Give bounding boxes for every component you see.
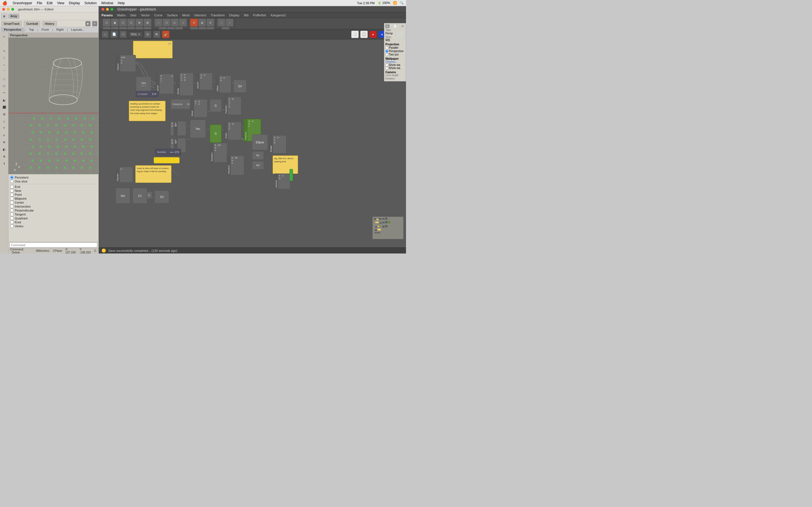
gh-prim-btn-2[interactable]: ⬡	[163, 18, 170, 26]
dim-node[interactable]: Dim J·X·Y	[136, 76, 151, 92]
scale-node[interactable]: Scale GCF G	[224, 122, 241, 140]
viewport-tab-right[interactable]: Right	[54, 27, 66, 32]
green-strip-node[interactable]	[290, 169, 293, 181]
voronoi-node[interactable]: Voronoi PR V	[274, 173, 290, 189]
gh-red-btn[interactable]: ●	[369, 31, 377, 38]
move-node[interactable]: Move GT GX	[190, 99, 207, 117]
srf-node-1[interactable]: Srf	[234, 80, 246, 93]
menubar-solution[interactable]: Solution	[85, 1, 97, 5]
divide-node[interactable]: Divide SUV PND	[176, 73, 193, 96]
vertex-checkbox[interactable]	[10, 224, 13, 228]
gh-white-btn[interactable]: ⬜	[351, 31, 359, 38]
gh-util-btn-1[interactable]: →	[217, 18, 225, 26]
cir-node[interactable]: Cir	[133, 188, 147, 204]
g-node-2[interactable]: G	[210, 124, 221, 143]
viewport-tab-top[interactable]: Top	[26, 27, 37, 32]
oneshot-radio[interactable]	[10, 180, 13, 183]
ucount-node[interactable]: U Count 5 ⟳	[136, 91, 158, 97]
number-node[interactable]: Number ⟵ 272	[155, 149, 181, 156]
near-checkbox[interactable]	[10, 189, 13, 192]
gh-prim-btn-4[interactable]: ☆	[179, 18, 187, 26]
random-node-2[interactable]: Random RNS R2	[227, 156, 244, 175]
gh-tab-params[interactable]: Params	[101, 13, 113, 17]
gh-tab-intersect[interactable]: Intersect	[194, 13, 206, 17]
array-button[interactable]: Array	[8, 14, 19, 18]
point-checkbox[interactable]	[10, 193, 13, 196]
apple-menu[interactable]: 🍎	[2, 1, 7, 5]
g-node-1[interactable]: G	[210, 99, 221, 112]
gh-input-btn-3[interactable]: ⊙	[206, 18, 214, 26]
midpoint-checkbox[interactable]	[10, 197, 13, 200]
circle-tool[interactable]: ○	[1, 61, 8, 68]
gh-close-button[interactable]	[101, 8, 104, 11]
sidebar-toggle-button[interactable]: ⊞	[1, 13, 7, 19]
gh-view-btn-1[interactable]: □	[101, 31, 109, 38]
gh-tab-curve[interactable]: Curve	[154, 13, 162, 17]
gh-tab-display[interactable]: Display	[229, 13, 239, 17]
viewport-tab-front[interactable]: Front	[39, 27, 52, 32]
gh-tab-transform[interactable]: Transform	[211, 13, 225, 17]
minimize-button[interactable]	[7, 8, 10, 11]
rotate-node[interactable]: Rotate GXA G	[269, 135, 287, 154]
vec-node-2[interactable]: Vec	[116, 188, 130, 204]
gh-doc-btn[interactable]: 📋	[360, 31, 368, 38]
range-node[interactable]	[154, 157, 180, 163]
menubar-file[interactable]: File	[37, 1, 42, 5]
gh-canvas[interactable]: (8) Python out▷ a b Dim J·X·Y PlanSrf	[99, 40, 406, 247]
gh-geo-btn-3[interactable]: ⬡	[119, 18, 127, 26]
menubar-window[interactable]: Window	[101, 1, 113, 5]
dim-tool[interactable]: ⊥	[1, 118, 8, 124]
rectangle-tool[interactable]: □	[1, 75, 8, 82]
plansrf-node-1[interactable]: PlanSrf PXY S	[156, 74, 174, 94]
center-checkbox[interactable]	[10, 201, 13, 204]
gh-tab-mesh[interactable]: Mesh	[182, 13, 190, 17]
solid-tool[interactable]: ⬛	[1, 104, 8, 110]
gh-tab-surface[interactable]: Surface	[167, 13, 177, 17]
gh-paint-button[interactable]: 🖌	[162, 31, 169, 38]
expand-icon[interactable]: ▶	[86, 21, 91, 26]
surface-tool[interactable]: ⬕	[1, 97, 8, 103]
layer-tool[interactable]: ◧	[1, 146, 8, 153]
gh-view-btn-2[interactable]: 📄	[110, 31, 118, 38]
gh-zoom-down-arrow[interactable]: ▼	[138, 33, 140, 36]
gh-prim-btn-1[interactable]: ○	[154, 18, 162, 26]
close-panel-icon[interactable]: ✕	[92, 21, 97, 26]
gh-view-btn-3[interactable]: ⬡	[119, 31, 127, 38]
offset-node[interactable]: Offset SD C	[215, 75, 231, 93]
gh-geo-btn-5[interactable]: ⊕	[135, 18, 143, 26]
arc-tool[interactable]: ⌒	[1, 68, 8, 75]
gh-tab-wb[interactable]: Wb	[244, 13, 249, 17]
quadrant-checkbox[interactable]	[10, 217, 13, 220]
curve-tool[interactable]: ∿	[1, 47, 8, 54]
menubar-display[interactable]: Display	[69, 1, 80, 5]
plansrf-node-2[interactable]: PlanSrf S	[116, 167, 133, 182]
ellipse-node[interactable]: Ellipse	[252, 134, 268, 150]
tangent-checkbox[interactable]	[10, 213, 13, 216]
maximize-button[interactable]	[11, 8, 14, 11]
mesh-tool[interactable]: ⊞	[1, 111, 8, 117]
snap-tool[interactable]: ⊕	[1, 153, 8, 160]
gh-fit-button[interactable]: ⊡	[144, 31, 151, 38]
gh-input-btn-2[interactable]: ◈	[198, 18, 206, 26]
gh-tab-vector[interactable]: Vector	[141, 13, 150, 17]
intersection-checkbox[interactable]	[10, 205, 13, 208]
gh-tab-pufferfish[interactable]: Pufferfish	[253, 13, 266, 17]
popgeo-node-1[interactable]: PopGeo CXYZ G	[224, 97, 241, 115]
ab-node-1[interactable]: AB A/B	[170, 121, 186, 136]
point-tool[interactable]: ·	[1, 40, 8, 47]
view-tool[interactable]: 👁	[1, 139, 8, 146]
end-checkbox[interactable]	[10, 185, 13, 188]
r2-node[interactable]: R2	[252, 161, 264, 170]
persistent-radio[interactable]	[10, 176, 13, 179]
text-tool[interactable]: T	[1, 125, 8, 131]
menubar-view[interactable]: View	[57, 1, 64, 5]
search-icon[interactable]: 🔍	[400, 1, 404, 5]
hatch-tool[interactable]: ≡	[1, 132, 8, 138]
analyze-tool[interactable]: ℹ	[1, 160, 8, 167]
vec-node-1[interactable]: Vec	[190, 120, 206, 138]
gh-minimize-button[interactable]	[106, 8, 109, 11]
line-tool[interactable]: /	[1, 54, 8, 61]
r1-node[interactable]: R1	[252, 151, 264, 160]
gh-maximize-button[interactable]	[110, 8, 113, 11]
history-button[interactable]: History	[42, 21, 57, 26]
